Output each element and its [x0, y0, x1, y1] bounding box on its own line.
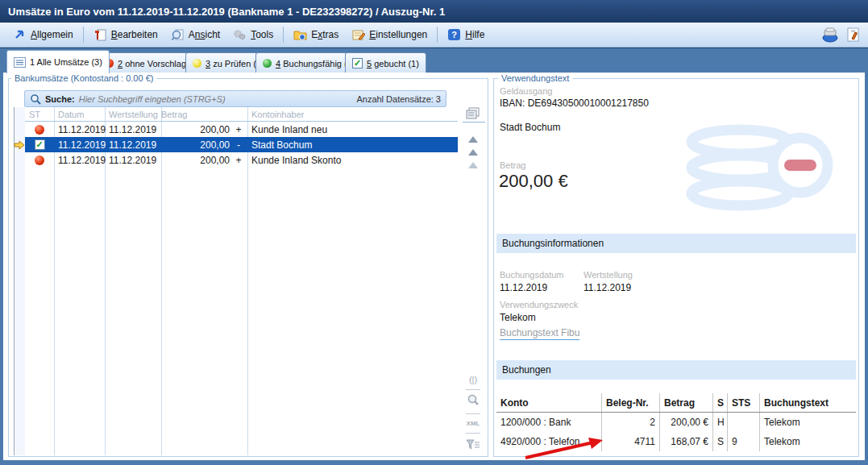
col-header-datum[interactable]: Datum [54, 110, 105, 119]
menu-item-ansicht[interactable]: Ansicht [164, 26, 226, 44]
tab-label: 4 Buchungsfähig (0) [276, 59, 355, 69]
divider [463, 122, 485, 122]
magnifier-document-icon [171, 28, 185, 41]
geldausgang-label: Geldausgang [500, 86, 552, 96]
svg-text:?: ? [451, 30, 457, 39]
col-header-st[interactable]: ST [25, 110, 54, 119]
search-tool-icon[interactable] [466, 394, 480, 409]
status-cell [25, 125, 54, 135]
iban-text: IBAN: DE69430500010001217850 [500, 98, 649, 109]
scroll-to-top-icon[interactable] [466, 125, 480, 136]
buchungstext-fibu-link[interactable]: Buchungstext Fibu [500, 327, 579, 340]
betrag-cell: 200,00+ [161, 155, 247, 166]
checked-checkbox-icon[interactable]: ✓ [35, 139, 45, 150]
menu-label: Ansicht [189, 29, 220, 40]
title-bar: Umsätze in Euro vom 11.12.2019-11.12.201… [0, 0, 868, 23]
betrag-cell: 200,00 € [659, 413, 712, 432]
datum-cell: 11.12.2019 [54, 124, 105, 135]
col-konto: Konto [496, 393, 601, 412]
betrag-label: Betrag [500, 160, 525, 170]
sts-cell: 9 [727, 432, 759, 451]
menu-item-extras[interactable]: Extras [287, 26, 345, 44]
buchungen-row[interactable]: 1200/000 : Bank 2 200,00 € H Telekom [496, 413, 856, 432]
folder-icon [293, 28, 307, 41]
bankumsaetze-group-label: Bankumsätze (Kontostand : 0.00 €) [11, 73, 156, 83]
menu-label: Tools [251, 29, 273, 40]
menu-item-bearbeiten[interactable]: Bearbeiten [87, 26, 164, 44]
verwendungszweck-label: Verwendungszweck [500, 300, 578, 309]
table-row[interactable]: 11.12.2019 11.12.2019 200,00+ Kunde Inla… [25, 152, 458, 168]
green-dot-icon [263, 59, 272, 68]
coin-stack-minus-icon [675, 121, 845, 224]
settings-page-icon [351, 28, 365, 41]
filter-icon[interactable] [466, 439, 480, 454]
xml-icon[interactable]: XML [466, 420, 480, 427]
bank-transactions-table: ST Datum Wertstellung Betrag Kontoinhabe… [25, 107, 458, 168]
menu-bar: Allgemein Bearbeiten Ansicht Tools [0, 23, 868, 48]
menu-separator [283, 27, 284, 43]
app-window: Umsätze in Euro vom 11.12.2019-11.12.201… [0, 0, 868, 465]
search-label: Suche: [45, 94, 75, 104]
current-row-arrow-icon [14, 140, 25, 152]
sts-cell [727, 413, 759, 432]
s-cell: S [712, 432, 727, 451]
kontoinhaber-cell: Kunde Inland Skonto [247, 155, 458, 166]
search-bar[interactable]: Suche: Hier Suchbegriff eingeben (STRG+S… [24, 90, 446, 107]
text-cell: Telekom [759, 413, 856, 432]
text-cell: Telekom [759, 432, 856, 451]
menu-label: Allgemein [31, 29, 73, 40]
s-cell: H [712, 413, 727, 432]
col-beleg: Beleg-Nr. [601, 393, 659, 412]
verwendungstext-group-label: Verwendungstext [498, 73, 572, 83]
menu-item-einstellungen[interactable]: Einstellungen [345, 26, 434, 44]
wertstellung-cell: 11.12.2019 [105, 139, 161, 151]
window-title: Umsätze in Euro vom 11.12.2019-11.12.201… [8, 6, 445, 18]
menu-separator [437, 27, 438, 43]
col-sts: STS [727, 393, 759, 412]
yellow-dot-icon [193, 59, 201, 68]
menu-label: Hilfe [465, 29, 484, 40]
tab-alle-umsaetze[interactable]: 1 Alle Umsätze (3) [6, 50, 110, 73]
col-header-betrag[interactable]: Betrag [161, 110, 247, 119]
search-icon [30, 93, 41, 105]
red-arrow-annotation [516, 434, 613, 465]
scroll-up-alt-icon[interactable] [466, 151, 480, 162]
divider [466, 433, 480, 434]
buchungen-header: Buchungen [496, 360, 856, 380]
kontoinhaber-cell: Stadt Bochum [247, 139, 458, 151]
table-row[interactable]: 11.12.2019 11.12.2019 200,00+ Kunde Inla… [25, 122, 458, 137]
menu-item-hilfe[interactable]: ? Hilfe [441, 26, 491, 44]
row-marker-gutter [14, 107, 25, 455]
tab-label: 5 gebucht (1) [367, 59, 419, 69]
wertstellung-cell: 11.12.2019 [105, 124, 161, 135]
table-row-selected[interactable]: ✓ 11.12.2019 11.12.2019 200,00- Stadt Bo… [25, 137, 458, 152]
red-dot-icon [35, 125, 44, 135]
menu-label: Extras [311, 29, 338, 40]
document-tool-icon[interactable] [845, 27, 862, 43]
beleg-cell: 2 [601, 413, 659, 432]
tab-gebucht[interactable]: ✓ 5 gebucht (1) [345, 52, 426, 73]
list-icon [14, 57, 26, 68]
menu-item-allgemein[interactable]: Allgemein [6, 26, 80, 44]
empfaenger-text: Stadt Bochum [500, 122, 560, 133]
betrag-cell: 200,00- [161, 139, 247, 151]
scroll-up-icon[interactable] [466, 138, 480, 149]
col-header-kontoinhaber[interactable]: Kontoinhaber [247, 110, 458, 119]
status-cell: ✓ [25, 139, 54, 150]
column-chooser-icon[interactable] [466, 107, 480, 122]
buchungsdatum-label: Buchungsdatum [500, 270, 564, 280]
printer-icon[interactable] [821, 27, 839, 43]
divider [466, 413, 480, 414]
red-dot-icon [35, 156, 44, 165]
bracket-icon[interactable]: (|) [466, 375, 480, 384]
betrag-cell: 200,00+ [161, 124, 247, 135]
col-s: S [712, 393, 727, 412]
betrag-value: 200,00 € [499, 171, 568, 192]
search-input[interactable]: Hier Suchbegriff eingeben (STRG+S) [79, 94, 353, 104]
col-header-wertstellung[interactable]: Wertstellung [105, 110, 161, 119]
menu-separator [83, 27, 84, 43]
edit-document-icon [93, 28, 107, 41]
datum-cell: 11.12.2019 [54, 139, 105, 151]
kontoinhaber-cell: Kunde Inland neu [247, 124, 458, 135]
menu-item-tools[interactable]: Tools [226, 26, 280, 44]
